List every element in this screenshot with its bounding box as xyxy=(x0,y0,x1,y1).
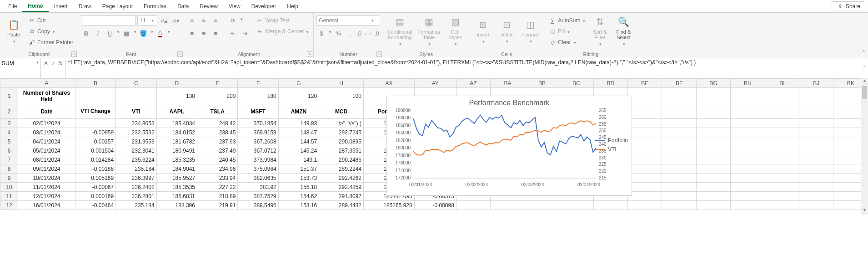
menu-file[interactable]: File xyxy=(3,1,22,11)
font-color-dropdown[interactable] xyxy=(167,28,170,38)
row-header-3[interactable]: 3 xyxy=(0,119,18,128)
insert-cells-button[interactable]: ⊞ Insert xyxy=(472,14,494,48)
cell-H8[interactable]: 289.2244 xyxy=(319,164,364,174)
row-header-12[interactable]: 12 xyxy=(0,201,18,210)
format-cells-dropdown[interactable] xyxy=(529,38,532,44)
menu-formulas[interactable]: Formulas xyxy=(138,1,172,11)
cell-BG12[interactable] xyxy=(696,201,730,210)
cell-BI8[interactable] xyxy=(765,164,799,174)
format-as-table-dropdown[interactable] xyxy=(427,41,431,46)
formula-input[interactable]: =LET(raw_data, WEBSERVICE("https://eodhd… xyxy=(65,58,860,78)
cell-BF5[interactable] xyxy=(662,137,696,146)
cell-E11[interactable]: 218.89 xyxy=(197,192,237,201)
cell-BF9[interactable] xyxy=(662,174,696,183)
cell-A12[interactable]: 16/01/2024 xyxy=(18,201,75,210)
row-header-9[interactable]: 9 xyxy=(0,174,18,183)
cell-BI6[interactable] xyxy=(765,146,799,155)
find-select-dropdown[interactable] xyxy=(622,41,625,46)
cell-D8[interactable]: 184.9041 xyxy=(156,164,197,174)
orientation-button[interactable]: ⟳ xyxy=(228,15,238,26)
cell-BI12[interactable] xyxy=(765,201,799,210)
find-select-button[interactable]: 🔍 Find & Select xyxy=(612,14,634,48)
menu-developer[interactable]: Developer xyxy=(246,1,282,11)
row-header-5[interactable]: 5 xyxy=(0,137,18,146)
cell-E9[interactable]: 233.94 xyxy=(197,174,237,183)
cell-BG3[interactable] xyxy=(696,119,730,128)
cell-B8[interactable]: -0.00186 xyxy=(75,164,115,174)
col-header-A[interactable]: A xyxy=(18,79,75,88)
col-header-H[interactable]: H xyxy=(319,79,364,88)
orientation-dropdown[interactable] xyxy=(240,15,243,26)
cell-F6[interactable]: 367.0712 xyxy=(238,146,278,155)
copy-button[interactable]: ⧉ Copy xyxy=(26,26,75,36)
cell-BA12[interactable] xyxy=(491,201,525,210)
cell-B2[interactable]: VTI Change xyxy=(75,104,115,119)
clear-dropdown[interactable] xyxy=(573,39,576,46)
cell-D12[interactable]: 183.396 xyxy=(156,201,197,210)
cell-BI4[interactable] xyxy=(765,128,799,137)
cell-BH3[interactable] xyxy=(731,119,765,128)
col-header-AZ[interactable]: AZ xyxy=(456,79,490,88)
cell-E2[interactable]: TSLA xyxy=(197,104,237,119)
format-as-table-button[interactable]: ▦ Format as Table xyxy=(415,14,442,48)
cell-BE12[interactable] xyxy=(627,201,662,210)
cell-BG7[interactable] xyxy=(696,155,730,164)
menu-insert[interactable]: Insert xyxy=(49,1,73,11)
cell-G7[interactable]: 149.1 xyxy=(278,155,319,164)
cell-B3[interactable] xyxy=(75,119,115,128)
cell-BI1[interactable] xyxy=(765,88,799,104)
cell-AZ12[interactable] xyxy=(456,201,490,210)
cell-H2[interactable]: MCD xyxy=(319,104,364,119)
cell-BJ4[interactable] xyxy=(799,128,833,137)
cell-BE7[interactable] xyxy=(627,155,662,164)
cell-E12[interactable]: 219.91 xyxy=(197,201,237,210)
vertical-scrollbar[interactable]: ▲ ▼ xyxy=(861,78,868,215)
cell-BI2[interactable] xyxy=(765,104,799,119)
cell-BH11[interactable] xyxy=(731,192,765,201)
increase-font-button[interactable]: A▴ xyxy=(159,15,169,26)
row-header-11[interactable]: 11 xyxy=(0,192,18,201)
cell-BH6[interactable] xyxy=(731,146,765,155)
cell-BJ6[interactable] xyxy=(799,146,833,155)
name-box-caret[interactable]: ▾ xyxy=(35,58,40,66)
format-painter-button[interactable]: 🖌 Format Painter xyxy=(26,37,75,47)
cell-BH8[interactable] xyxy=(731,164,765,174)
cell-H5[interactable]: 290.0895 xyxy=(319,137,364,146)
cell-BJ2[interactable] xyxy=(799,104,833,119)
cell-F5[interactable]: 367.2608 xyxy=(238,137,278,146)
select-all-corner[interactable] xyxy=(0,79,18,88)
cell-A5[interactable]: 04/01/2024 xyxy=(18,137,75,146)
col-header-C[interactable]: C xyxy=(116,79,156,88)
embedded-chart[interactable]: Performance Benchmark 172000174000176000… xyxy=(386,96,632,196)
col-header-B[interactable]: B xyxy=(75,79,115,88)
cell-D2[interactable]: AAPL xyxy=(156,104,197,119)
cell-C3[interactable]: 234.8053 xyxy=(116,119,156,128)
menu-review[interactable]: Review xyxy=(194,1,223,11)
cell-H4[interactable]: 292.7245 xyxy=(319,128,364,137)
borders-dropdown[interactable] xyxy=(133,28,136,38)
number-format-caret[interactable]: ▾ xyxy=(370,18,376,23)
menu-page-layout[interactable]: Page Layout xyxy=(97,1,138,11)
share-button[interactable]: ⇪ Share xyxy=(832,1,865,11)
cell-G2[interactable]: AMZN xyxy=(278,104,319,119)
worksheet-grid[interactable]: ABCDEFGHAXAYAZBABBBCBDBEBFBGBHBIBJBK1Num… xyxy=(0,78,868,215)
cell-BI9[interactable] xyxy=(765,174,799,183)
row-header-7[interactable]: 7 xyxy=(0,155,18,164)
cell-E10[interactable]: 227.22 xyxy=(197,183,237,192)
menu-home[interactable]: Home xyxy=(22,1,48,12)
cell-G5[interactable]: 144.57 xyxy=(278,137,319,146)
cell-C4[interactable]: 232.5532 xyxy=(116,128,156,137)
row-header-1[interactable]: 1 xyxy=(0,88,18,104)
percent-button[interactable]: % xyxy=(333,28,343,38)
cell-BF8[interactable] xyxy=(662,164,696,174)
font-size-input[interactable] xyxy=(138,16,150,25)
cell-D10[interactable]: 185.3535 xyxy=(156,183,197,192)
number-dialog-launcher[interactable]: ↘ xyxy=(376,51,382,57)
cell-BJ11[interactable] xyxy=(799,192,833,201)
underline-dropdown[interactable] xyxy=(116,28,120,38)
name-box-input[interactable] xyxy=(0,58,35,68)
autosum-button[interactable]: ∑ AutoSum xyxy=(547,15,587,26)
col-header-BG[interactable]: BG xyxy=(696,79,730,88)
cell-BH9[interactable] xyxy=(731,174,765,183)
font-size-caret[interactable]: ▾ xyxy=(150,18,156,23)
